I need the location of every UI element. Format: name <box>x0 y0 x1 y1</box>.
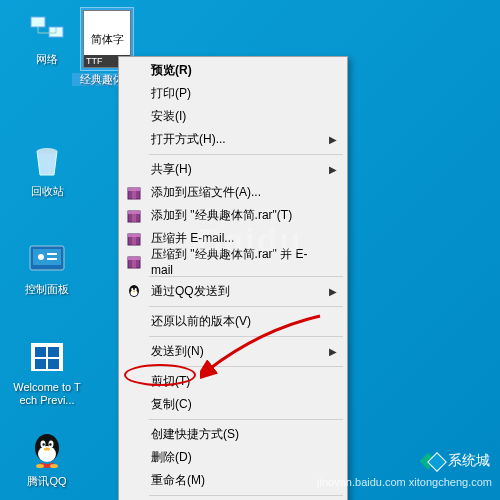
rar-icon <box>125 207 143 225</box>
svg-rect-31 <box>132 234 136 245</box>
svg-point-3 <box>37 148 57 154</box>
menu-item-label: 打印(P) <box>151 85 191 102</box>
menu-item[interactable]: 安装(I) <box>121 105 345 128</box>
menu-separator <box>149 419 343 420</box>
submenu-arrow-icon: ▶ <box>329 346 337 357</box>
icon-label: Welcome to Tech Previ... <box>12 381 82 407</box>
svg-rect-11 <box>48 347 59 357</box>
menu-item-label: 通过QQ发送到 <box>151 283 230 300</box>
menu-item-label: 重命名(M) <box>151 472 205 489</box>
menu-item[interactable]: 共享(H)▶ <box>121 158 345 181</box>
qq-icon <box>125 283 143 301</box>
svg-point-39 <box>133 290 136 291</box>
menu-item-label: 预览(R) <box>151 62 192 79</box>
svg-rect-5 <box>33 249 61 265</box>
svg-rect-10 <box>35 347 46 357</box>
icon-label: 控制面板 <box>12 283 82 296</box>
svg-point-22 <box>50 464 58 468</box>
menu-item[interactable]: 删除(D) <box>121 446 345 469</box>
svg-rect-8 <box>47 258 57 260</box>
svg-rect-28 <box>132 211 136 222</box>
desktop-icon-qq[interactable]: 腾讯QQ <box>12 430 82 488</box>
menu-item[interactable]: 预览(R) <box>121 59 345 82</box>
menu-item[interactable]: 添加到压缩文件(A)... <box>121 181 345 204</box>
desktop-icon-recycle-bin[interactable]: 回收站 <box>12 140 82 198</box>
svg-rect-7 <box>47 253 57 255</box>
menu-item-label: 剪切(T) <box>151 373 190 390</box>
menu-item-label: 压缩到 "经典趣体简.rar" 并 E-mail <box>151 246 325 277</box>
submenu-arrow-icon: ▶ <box>329 164 337 175</box>
windows-icon <box>26 336 68 378</box>
menu-separator <box>149 154 343 155</box>
menu-item-label: 压缩并 E-mail... <box>151 230 234 247</box>
icon-label: 回收站 <box>12 185 82 198</box>
svg-point-20 <box>44 447 50 450</box>
svg-rect-1 <box>31 17 45 27</box>
menu-item[interactable]: 压缩到 "经典趣体简.rar" 并 E-mail <box>121 250 345 273</box>
svg-point-19 <box>49 443 51 445</box>
menu-item-label: 删除(D) <box>151 449 192 466</box>
menu-item-label: 还原以前的版本(V) <box>151 313 251 330</box>
menu-item[interactable]: 添加到 "经典趣体简.rar"(T) <box>121 204 345 227</box>
svg-point-18 <box>42 443 44 445</box>
menu-item[interactable]: 剪切(T) <box>121 370 345 393</box>
submenu-arrow-icon: ▶ <box>329 134 337 145</box>
menu-item[interactable]: 发送到(N)▶ <box>121 340 345 363</box>
menu-item-label: 发送到(N) <box>151 343 204 360</box>
desktop-icon-welcome[interactable]: Welcome to Tech Previ... <box>12 336 82 407</box>
context-menu: 预览(R)打印(P)安装(I)打开方式(H)...▶共享(H)▶添加到压缩文件(… <box>118 56 348 500</box>
menu-item-label: 创建快捷方式(S) <box>151 426 239 443</box>
menu-separator <box>149 495 343 496</box>
menu-separator <box>149 336 343 337</box>
menu-item-label: 添加到 "经典趣体简.rar"(T) <box>151 207 292 224</box>
svg-rect-34 <box>132 257 136 268</box>
svg-point-37 <box>131 288 133 291</box>
desktop-icon-control-panel[interactable]: 控制面板 <box>12 238 82 296</box>
control-panel-icon <box>26 238 68 280</box>
rar-icon <box>125 184 143 202</box>
recycle-bin-icon <box>26 140 68 182</box>
qq-icon <box>26 430 68 472</box>
menu-item[interactable]: 重命名(M) <box>121 469 345 492</box>
network-icon <box>26 8 68 50</box>
svg-rect-12 <box>35 359 46 369</box>
menu-item[interactable]: 打印(P) <box>121 82 345 105</box>
svg-point-6 <box>38 254 44 260</box>
svg-point-38 <box>135 288 137 291</box>
font-preview-text: 简体字 <box>91 32 124 47</box>
svg-rect-25 <box>132 188 136 199</box>
menu-item[interactable]: 复制(C) <box>121 393 345 416</box>
svg-rect-13 <box>48 359 59 369</box>
menu-item[interactable]: 还原以前的版本(V) <box>121 310 345 333</box>
menu-item-label: 添加到压缩文件(A)... <box>151 184 261 201</box>
menu-separator <box>149 366 343 367</box>
svg-point-21 <box>36 464 44 468</box>
rar-icon <box>125 253 143 271</box>
menu-item-label: 复制(C) <box>151 396 192 413</box>
menu-item[interactable]: 创建快捷方式(S) <box>121 423 345 446</box>
rar-icon <box>125 230 143 248</box>
icon-label: 腾讯QQ <box>12 475 82 488</box>
menu-item-label: 打开方式(H)... <box>151 131 226 148</box>
menu-separator <box>149 306 343 307</box>
submenu-arrow-icon: ▶ <box>329 286 337 297</box>
menu-item[interactable]: 通过QQ发送到▶ <box>121 280 345 303</box>
menu-item-label: 安装(I) <box>151 108 186 125</box>
menu-item-label: 共享(H) <box>151 161 192 178</box>
menu-item[interactable]: 打开方式(H)...▶ <box>121 128 345 151</box>
